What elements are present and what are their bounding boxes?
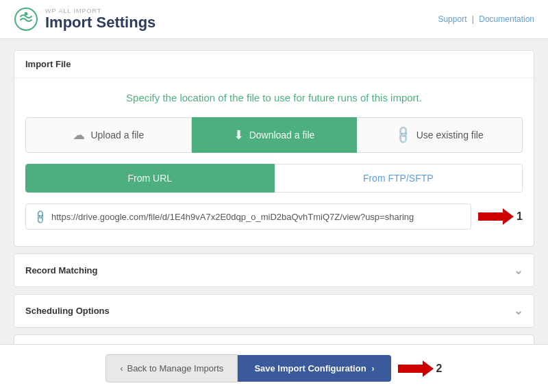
documentation-link[interactable]: Documentation (479, 14, 534, 24)
download-file-label: Download a file (249, 130, 315, 140)
support-link[interactable]: Support (438, 14, 466, 24)
upload-icon: ☁ (73, 127, 85, 143)
use-existing-file-label: Use existing file (416, 130, 484, 140)
header: WP ALL IMPORT Import Settings Support | … (0, 0, 548, 39)
svg-point-1 (25, 12, 28, 16)
scheduling-options-card: Scheduling Options ⌄ (14, 294, 534, 328)
record-matching-toggle[interactable]: Record Matching ⌄ (14, 254, 534, 286)
download-icon: ⬇ (234, 127, 244, 143)
from-url-tab[interactable]: From URL (25, 164, 275, 193)
back-label: Back to Manage Imports (127, 363, 223, 373)
red-arrow-icon-2 (398, 360, 434, 377)
svg-marker-3 (398, 360, 434, 377)
wp-all-import-logo (14, 7, 38, 32)
footer: ‹ Back to Manage Imports Save Import Con… (0, 344, 548, 392)
main-content: Import File Specify the location of the … (0, 39, 548, 392)
file-instruction: Specify the location of the file to use … (25, 92, 523, 103)
back-to-manage-imports-button[interactable]: ‹ Back to Manage Imports (105, 354, 238, 382)
svg-marker-2 (478, 208, 514, 225)
upload-file-button[interactable]: ☁ Upload a file (25, 117, 192, 153)
save-label: Save Import Configuration (254, 363, 366, 373)
url-input-row: 🔗 1 (25, 204, 523, 230)
url-link-icon: 🔗 (32, 208, 48, 224)
file-type-row: ☁ Upload a file ⬇ Download a file 🔗 Use … (25, 117, 523, 153)
import-file-body: Specify the location of the file to use … (14, 78, 534, 246)
from-ftp-tab[interactable]: From FTP/SFTP (275, 164, 523, 193)
back-chevron-icon: ‹ (120, 364, 123, 373)
source-tabs: From URL From FTP/SFTP (25, 164, 523, 193)
footer-inner: ‹ Back to Manage Imports Save Import Con… (105, 354, 390, 382)
header-titles: WP ALL IMPORT Import Settings (45, 8, 155, 31)
use-existing-file-button[interactable]: 🔗 Use existing file (357, 117, 523, 153)
annotation-number-2: 2 (436, 363, 443, 375)
annotation-1-group: 1 (478, 208, 523, 225)
annotation-number-1: 1 (516, 210, 523, 223)
import-file-header: Import File (14, 51, 534, 78)
record-matching-chevron: ⌄ (514, 264, 523, 277)
header-title: Import Settings (45, 14, 155, 31)
import-file-card: Import File Specify the location of the … (14, 50, 534, 247)
download-file-button[interactable]: ⬇ Download a file (192, 117, 358, 153)
scheduling-options-chevron: ⌄ (514, 304, 523, 317)
record-matching-label: Record Matching (25, 265, 97, 275)
header-nav: Support | Documentation (438, 14, 534, 24)
save-import-configuration-button[interactable]: Save Import Configuration › (238, 355, 390, 382)
header-left: WP ALL IMPORT Import Settings (14, 7, 155, 32)
scheduling-options-label: Scheduling Options (25, 306, 110, 316)
link-icon: 🔗 (393, 124, 414, 145)
annotation-2-group: 2 (398, 360, 443, 377)
upload-file-label: Upload a file (90, 130, 144, 140)
nav-separator: | (472, 14, 474, 24)
url-input[interactable] (51, 212, 462, 222)
scheduling-options-toggle[interactable]: Scheduling Options ⌄ (14, 295, 534, 327)
url-input-wrapper: 🔗 (25, 204, 471, 230)
record-matching-card: Record Matching ⌄ (14, 254, 534, 287)
save-chevron-icon: › (372, 364, 375, 373)
red-arrow-icon-1 (478, 208, 514, 225)
